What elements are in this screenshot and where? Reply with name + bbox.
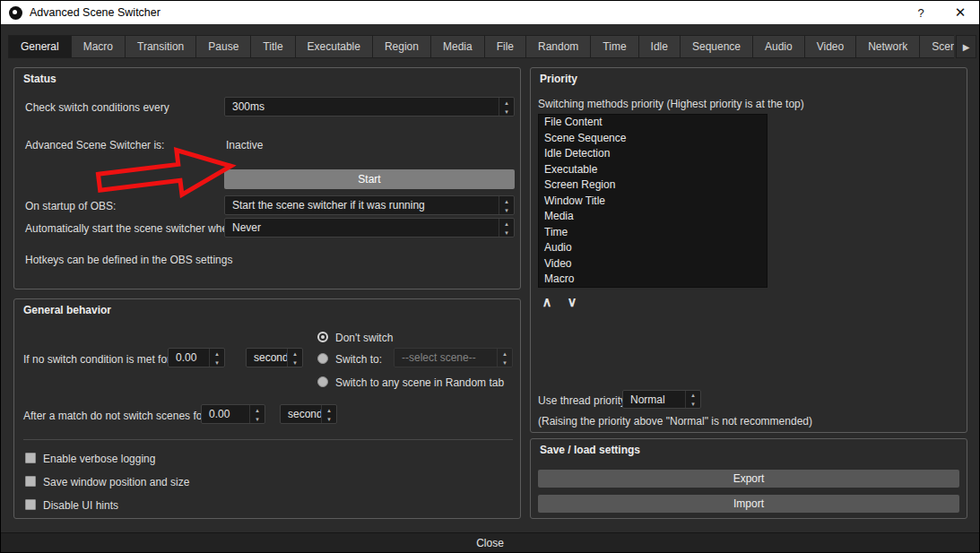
spin-down-icon[interactable]: ▾ — [288, 358, 302, 367]
spin-down-icon[interactable]: ▾ — [499, 107, 514, 116]
spin-up-icon[interactable]: ▴ — [686, 391, 700, 400]
switch-to-scene-combobox[interactable]: --select scene-- ▴ ▾ — [394, 348, 513, 367]
close-dialog-label: Close — [476, 537, 504, 549]
priority-list-item[interactable]: Time — [539, 225, 767, 241]
spin-up-icon[interactable]: ▴ — [499, 219, 514, 228]
tab-video[interactable]: Video — [805, 35, 856, 58]
start-button-label: Start — [358, 173, 380, 186]
spinner-arrows: ▴ ▾ — [249, 405, 265, 423]
tab-idle[interactable]: Idle — [639, 35, 681, 58]
priority-list-item[interactable]: Idle Detection — [539, 146, 767, 162]
combo-arrows: ▴ ▾ — [499, 219, 514, 237]
priority-list-item[interactable]: Video — [539, 256, 767, 272]
priority-list-item[interactable]: File Content — [539, 115, 767, 131]
radio-dont-switch[interactable] — [317, 332, 328, 342]
combo-arrows: ▴ ▾ — [499, 196, 514, 214]
no-switch-duration-spinbox[interactable]: 0.00 ▴ ▾ — [168, 348, 225, 367]
window-title: Advanced Scene Switcher — [30, 6, 160, 19]
tab-audio[interactable]: Audio — [753, 35, 805, 58]
radio-random-scene[interactable] — [317, 376, 328, 387]
tab-executable[interactable]: Executable — [296, 35, 373, 58]
tab-transition[interactable]: Transition — [126, 35, 196, 58]
divider — [23, 439, 513, 440]
priority-list-item[interactable]: Media — [539, 209, 767, 225]
spin-up-icon[interactable]: ▴ — [499, 98, 514, 107]
priority-list-item[interactable]: Window Title — [539, 194, 767, 210]
move-up-button[interactable]: ∧ — [536, 293, 558, 311]
status-group-title: Status — [23, 73, 56, 85]
tab-scroll-right-button[interactable]: ▶ — [956, 35, 976, 58]
tab-random[interactable]: Random — [526, 35, 591, 58]
tab-network[interactable]: Network — [856, 35, 920, 58]
startup-combobox[interactable]: Start the scene switcher if it was runni… — [224, 195, 515, 215]
priority-subtitle: Switching methods priority (Highest prio… — [538, 98, 804, 110]
thread-priority-label: Use thread priority — [538, 394, 626, 407]
spin-up-icon[interactable]: ▴ — [322, 405, 336, 414]
tab-pause[interactable]: Pause — [196, 35, 251, 58]
chevron-right-icon: ▶ — [963, 42, 970, 52]
spin-down-icon[interactable]: ▾ — [322, 414, 336, 423]
cooldown-unit-value: seconds — [281, 405, 321, 423]
checkbox-verbose-logging[interactable] — [25, 453, 36, 463]
tab-scene-group[interactable]: Scene Gro — [920, 35, 954, 58]
spin-up-icon[interactable]: ▴ — [250, 405, 265, 414]
spin-up-icon[interactable]: ▴ — [498, 349, 512, 358]
checkbox-save-window-position[interactable] — [25, 476, 36, 487]
startup-label: On startup of OBS: — [25, 200, 116, 212]
cooldown-unit-combobox[interactable]: seconds ▴ ▾ — [280, 404, 337, 424]
priority-list-item[interactable]: Audio — [539, 240, 767, 256]
import-button[interactable]: Import — [538, 495, 959, 513]
switcher-state-value: Inactive — [226, 139, 263, 151]
radio-switch-to[interactable] — [317, 353, 328, 364]
checkbox-save-window-position-label: Save window position and size — [43, 476, 189, 488]
spin-up-icon[interactable]: ▴ — [288, 349, 302, 358]
no-switch-label: If no switch condition is met for — [23, 353, 170, 366]
tab-macro[interactable]: Macro — [72, 35, 126, 58]
cooldown-spinbox[interactable]: 0.00 ▴ ▾ — [201, 404, 265, 424]
priority-list-item[interactable]: Macro — [539, 272, 767, 288]
advanced-scene-switcher-window: Advanced Scene Switcher ? ✕ General Macr… — [0, 0, 980, 553]
spin-down-icon[interactable]: ▾ — [210, 358, 224, 367]
checkbox-disable-ui-hints[interactable] — [25, 499, 36, 510]
general-behavior-title: General behavior — [23, 304, 111, 316]
move-down-button[interactable]: ∨ — [561, 293, 583, 311]
help-button[interactable]: ? — [907, 1, 934, 24]
tab-media[interactable]: Media — [431, 35, 485, 58]
priority-list-item[interactable]: Scene Sequence — [539, 131, 767, 147]
status-group: Status Check switch conditions every 300… — [13, 67, 521, 289]
spin-down-icon[interactable]: ▾ — [498, 358, 512, 367]
close-dialog-button[interactable]: Close — [1, 532, 979, 552]
export-button[interactable]: Export — [538, 470, 959, 488]
import-button-label: Import — [733, 497, 764, 510]
no-switch-unit-combobox[interactable]: seconds ▴ ▾ — [246, 348, 303, 367]
spinner-arrows: ▴ ▾ — [499, 98, 514, 116]
tab-sequence[interactable]: Sequence — [681, 35, 753, 58]
save-load-group-title: Save / load settings — [540, 444, 640, 456]
check-interval-label: Check switch conditions every — [25, 101, 169, 114]
priority-list-item[interactable]: Screen Region — [539, 177, 767, 194]
tab-title[interactable]: Title — [251, 35, 295, 58]
spin-down-icon[interactable]: ▾ — [499, 205, 514, 214]
tab-bar: General Macro Transition Pause Title Exe… — [8, 35, 954, 58]
spin-down-icon[interactable]: ▾ — [686, 400, 700, 409]
spin-up-icon[interactable]: ▴ — [210, 349, 224, 358]
spin-down-icon[interactable]: ▾ — [250, 414, 265, 423]
thread-priority-combobox[interactable]: Normal ▴ ▾ — [622, 390, 701, 409]
checkbox-verbose-logging-label: Enable verbose logging — [43, 453, 155, 465]
tab-region[interactable]: Region — [373, 35, 431, 58]
checkbox-disable-ui-hints-label: Disable UI hints — [43, 499, 118, 512]
tab-time[interactable]: Time — [591, 35, 638, 58]
check-interval-spinbox[interactable]: 300ms ▴ ▾ — [224, 97, 515, 117]
spin-up-icon[interactable]: ▴ — [499, 196, 514, 205]
spin-down-icon[interactable]: ▾ — [499, 228, 514, 237]
tab-file[interactable]: File — [485, 35, 526, 58]
priority-list-item[interactable]: Executable — [539, 162, 767, 178]
priority-list[interactable]: File Content Scene Sequence Idle Detecti… — [538, 114, 768, 288]
tab-general[interactable]: General — [8, 35, 72, 58]
autostart-combobox[interactable]: Never ▴ ▾ — [224, 218, 515, 238]
combo-arrows: ▴ ▾ — [321, 405, 336, 423]
start-button[interactable]: Start — [224, 169, 515, 189]
general-behavior-group: General behavior Don't switch If no swit… — [13, 298, 521, 519]
priority-group: Priority Switching methods priority (Hig… — [530, 67, 967, 433]
close-window-button[interactable]: ✕ — [947, 1, 974, 24]
